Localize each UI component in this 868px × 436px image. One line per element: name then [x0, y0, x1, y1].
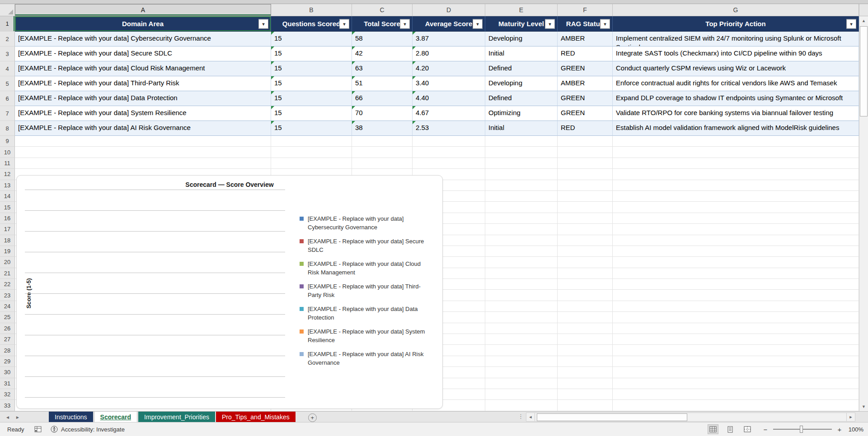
- data-cell[interactable]: Initial: [485, 46, 558, 61]
- row-header-22[interactable]: 22: [0, 279, 15, 290]
- data-cell[interactable]: 3.87: [413, 32, 485, 46]
- tab-nav-right-icon[interactable]: ►: [15, 415, 20, 420]
- row-header-4[interactable]: 4: [0, 61, 15, 76]
- empty-cell[interactable]: [613, 312, 859, 323]
- data-cell[interactable]: Enforce contractual audit rights for cri…: [613, 76, 859, 91]
- empty-cell[interactable]: [485, 378, 558, 389]
- empty-cell[interactable]: [485, 367, 558, 378]
- empty-cell[interactable]: [413, 136, 485, 147]
- empty-cell[interactable]: [613, 356, 859, 367]
- data-cell[interactable]: 2.53: [413, 121, 485, 136]
- sheet-tab-scorecard[interactable]: Scorecard: [94, 412, 137, 422]
- empty-cell[interactable]: [485, 246, 558, 257]
- data-cell[interactable]: 70: [352, 106, 413, 121]
- empty-cell[interactable]: [485, 224, 558, 235]
- legend-item[interactable]: [EXAMPLE - Replace with your data] Third…: [300, 282, 428, 299]
- empty-cell[interactable]: [558, 323, 613, 334]
- empty-cell[interactable]: [558, 334, 613, 345]
- tab-nav-left-icon[interactable]: ◄: [5, 415, 10, 420]
- row-header-15[interactable]: 15: [0, 202, 15, 213]
- empty-cell[interactable]: [558, 312, 613, 323]
- empty-cell[interactable]: [271, 136, 352, 147]
- empty-cell[interactable]: [613, 290, 859, 301]
- empty-cell[interactable]: [613, 202, 859, 213]
- empty-cell[interactable]: [485, 400, 558, 411]
- empty-cell[interactable]: [485, 257, 558, 268]
- data-cell[interactable]: 15: [271, 32, 352, 46]
- empty-cell[interactable]: [558, 378, 613, 389]
- column-header-A[interactable]: A: [15, 4, 271, 16]
- row-header-20[interactable]: 20: [0, 257, 15, 268]
- empty-cell[interactable]: [558, 202, 613, 213]
- row-header-29[interactable]: 29: [0, 356, 15, 367]
- table-header-cell[interactable]: Domain Area▾: [15, 16, 271, 32]
- empty-cell[interactable]: [558, 224, 613, 235]
- data-cell[interactable]: [EXAMPLE - Replace with your data] Secur…: [15, 46, 271, 61]
- empty-cell[interactable]: [485, 389, 558, 400]
- row-header-14[interactable]: 14: [0, 191, 15, 202]
- data-cell[interactable]: GREEN: [558, 106, 613, 121]
- data-cell[interactable]: GREEN: [558, 91, 613, 106]
- column-header-D[interactable]: D: [413, 4, 485, 16]
- data-cell[interactable]: 66: [352, 91, 413, 106]
- empty-cell[interactable]: [613, 345, 859, 356]
- data-cell[interactable]: 15: [271, 91, 352, 106]
- empty-cell[interactable]: [558, 389, 613, 400]
- row-header-16[interactable]: 16: [0, 213, 15, 224]
- row-header-7[interactable]: 7: [0, 106, 15, 121]
- empty-cell[interactable]: [15, 147, 271, 158]
- row-header-5[interactable]: 5: [0, 76, 15, 91]
- data-cell[interactable]: Defined: [485, 61, 558, 76]
- data-cell[interactable]: Validate RTO/RPO for core banking system…: [613, 106, 859, 121]
- legend-item[interactable]: [EXAMPLE - Replace with your data] Cloud…: [300, 260, 428, 277]
- row-header-28[interactable]: 28: [0, 345, 15, 356]
- empty-cell[interactable]: [558, 279, 613, 290]
- table-header-cell[interactable]: Total Score▾: [352, 16, 413, 32]
- empty-cell[interactable]: [485, 158, 558, 169]
- empty-cell[interactable]: [613, 257, 859, 268]
- empty-cell[interactable]: [485, 147, 558, 158]
- row-header-25[interactable]: 25: [0, 312, 15, 323]
- empty-cell[interactable]: [558, 158, 613, 169]
- empty-cell[interactable]: [558, 257, 613, 268]
- horizontal-scrollbar[interactable]: ◄ ►: [526, 413, 855, 422]
- legend-item[interactable]: [EXAMPLE - Replace with your data] Syste…: [300, 327, 428, 344]
- row-header-2[interactable]: 2: [0, 32, 15, 46]
- empty-cell[interactable]: [485, 213, 558, 224]
- row-header-18[interactable]: 18: [0, 235, 15, 246]
- empty-cell[interactable]: [413, 158, 485, 169]
- empty-cell[interactable]: [485, 136, 558, 147]
- scroll-left-icon[interactable]: ◄: [526, 413, 535, 422]
- empty-cell[interactable]: [613, 378, 859, 389]
- data-cell[interactable]: Optimizing: [485, 106, 558, 121]
- data-cell[interactable]: 4.67: [413, 106, 485, 121]
- column-header-E[interactable]: E: [485, 4, 558, 16]
- table-header-cell[interactable]: RAG Status▾: [558, 16, 613, 32]
- data-cell[interactable]: AMBER: [558, 32, 613, 46]
- sheet-tab-pro_tips_and_mistakes[interactable]: Pro_Tips_and_Mistakes: [216, 412, 296, 422]
- row-header-9[interactable]: 9: [0, 136, 15, 147]
- empty-cell[interactable]: [485, 301, 558, 312]
- empty-cell[interactable]: [485, 202, 558, 213]
- row-header-11[interactable]: 11: [0, 158, 15, 169]
- empty-cell[interactable]: [558, 268, 613, 279]
- data-cell[interactable]: GREEN: [558, 61, 613, 76]
- data-cell[interactable]: 15: [271, 61, 352, 76]
- data-cell[interactable]: AMBER: [558, 76, 613, 91]
- empty-cell[interactable]: [558, 367, 613, 378]
- empty-cell[interactable]: [613, 147, 859, 158]
- empty-cell[interactable]: [352, 147, 413, 158]
- empty-cell[interactable]: [485, 356, 558, 367]
- empty-cell[interactable]: [558, 400, 613, 411]
- empty-cell[interactable]: [558, 213, 613, 224]
- empty-cell[interactable]: [613, 213, 859, 224]
- empty-cell[interactable]: [613, 191, 859, 202]
- column-header-C[interactable]: C: [352, 4, 413, 16]
- row-header-32[interactable]: 32: [0, 389, 15, 400]
- empty-cell[interactable]: [613, 268, 859, 279]
- empty-cell[interactable]: [613, 367, 859, 378]
- data-cell[interactable]: RED: [558, 121, 613, 136]
- scroll-down-icon[interactable]: ▼: [859, 402, 868, 411]
- row-header-26[interactable]: 26: [0, 323, 15, 334]
- row-header-12[interactable]: 12: [0, 169, 15, 180]
